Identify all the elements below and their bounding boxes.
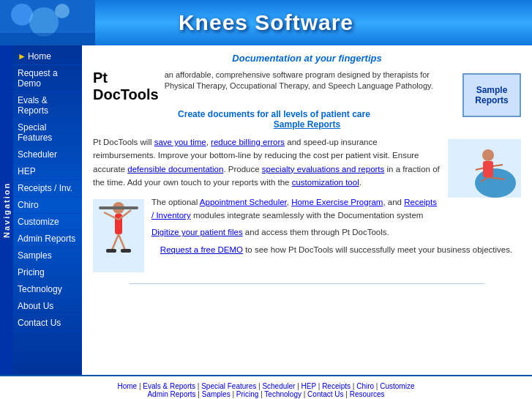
digitize-section: Digitize your patient files and access t… (151, 228, 521, 236)
defensible-doc-link[interactable]: defensible documentation (127, 165, 223, 174)
nav-items: ►Home Request a Demo Evals & Reports Spe… (13, 45, 82, 332)
footer-link-contact[interactable]: Contact Us (307, 390, 343, 398)
svg-point-6 (482, 149, 494, 161)
svg-rect-12 (483, 161, 493, 177)
hep-link[interactable]: Home Exercise Program (291, 198, 383, 206)
scheduler-link[interactable]: Appointment Scheduler (200, 198, 287, 206)
billing-errors-link[interactable]: reduce billing errors (211, 138, 285, 146)
svg-rect-3 (0, 33, 95, 45)
sidebar-item-hep[interactable]: HEP (13, 163, 82, 180)
sidebar-item-samples[interactable]: Samples (13, 247, 82, 264)
sidebar-item-customize[interactable]: Customize (13, 214, 82, 231)
request-demo-link[interactable]: Request a free DEMO (160, 245, 243, 254)
svg-point-4 (55, 4, 70, 18)
sidebar-item-receipts[interactable]: Receipts / Inv. (13, 180, 82, 197)
sample-reports-box[interactable]: SampleReports (462, 73, 521, 117)
sidebar-item-request-demo[interactable]: Request a Demo (13, 65, 82, 92)
exercise-ball-svg (448, 139, 521, 198)
customization-tool-link[interactable]: customization tool (292, 178, 359, 187)
content-area: Documentation at your fingertips SampleR… (82, 45, 532, 375)
sidebar-item-evals[interactable]: Evals & Reports (13, 92, 82, 119)
sidebar-item-technology[interactable]: Technology (13, 281, 82, 298)
footer: Home | Evals & Reports | Special Feature… (0, 375, 532, 399)
footer-link-resources[interactable]: Resources (350, 390, 385, 398)
sidebar-item-special[interactable]: Special Features (13, 119, 82, 146)
footer-link-chiro[interactable]: Chiro (356, 382, 374, 390)
footer-link-special[interactable]: Special Features (201, 382, 256, 390)
sample-reports-link[interactable]: Sample Reports (93, 119, 521, 130)
sample-reports-label: SampleReports (475, 85, 508, 105)
footer-link-receipts[interactable]: Receipts (322, 382, 351, 390)
site-title: Knees Software (179, 10, 353, 35)
footer-links-2: Admin Reports | Samples | Pricing | Tech… (6, 390, 526, 398)
svg-point-5 (475, 168, 516, 198)
footer-links: Home | Evals & Reports | Special Feature… (6, 382, 526, 390)
sidebar: Navigation ►Home Request a Demo Evals & … (0, 45, 82, 375)
svg-point-2 (29, 7, 59, 37)
specialty-evals-link[interactable]: specialty evaluations and reports (262, 165, 385, 174)
footer-link-hep[interactable]: HEP (301, 382, 316, 390)
header-logo-svg (0, 0, 95, 45)
footer-link-scheduler[interactable]: Scheduler (262, 382, 295, 390)
footer-link-pricing[interactable]: Pricing (236, 390, 259, 398)
nav-arrow: ► (18, 51, 26, 61)
sidebar-item-about[interactable]: About Us (13, 298, 82, 315)
footer-link-customize[interactable]: Customize (380, 382, 414, 390)
product-name: Pt DocTools (93, 70, 159, 103)
sidebar-item-scheduler[interactable]: Scheduler (13, 146, 82, 163)
sidebar-item-home[interactable]: ►Home (13, 48, 82, 65)
digitize-link[interactable]: Digitize your patient files (151, 228, 243, 236)
footer-link-technology[interactable]: Technology (264, 390, 301, 398)
sidebar-item-admin[interactable]: Admin Reports (13, 231, 82, 247)
footer-link-samples[interactable]: Samples (202, 390, 231, 398)
footer-link-home[interactable]: Home (117, 382, 137, 390)
header-bar: Knees Software (0, 0, 532, 45)
sidebar-item-pricing[interactable]: Pricing (13, 264, 82, 281)
cta-section: Create documents for all levels of patie… (93, 109, 521, 130)
svg-rect-20 (106, 249, 116, 253)
header-logo (0, 0, 95, 45)
product-title-row: Pt DocTools an affordable, comprehensive… (93, 70, 455, 103)
main-layout: Navigation ►Home Request a Demo Evals & … (0, 45, 532, 375)
footer-link-admin[interactable]: Admin Reports (147, 390, 195, 398)
cta-line1: Create documents for all levels of patie… (93, 109, 521, 119)
sidebar-item-chiro[interactable]: Chiro (13, 197, 82, 214)
body-text-2: The optional Appointment Scheduler, Home… (93, 195, 521, 223)
person-image-right (448, 139, 521, 198)
save-time-link[interactable]: save you time (154, 138, 206, 146)
person-standing-svg (93, 199, 144, 272)
footer-link-evals[interactable]: Evals & Reports (143, 382, 195, 390)
nav-label: Navigation (0, 45, 13, 375)
svg-rect-17 (99, 206, 138, 209)
tagline: Documentation at your fingertips (93, 53, 521, 64)
person-image-left (93, 199, 144, 272)
request-demo-section: Request a free DEMO to see how Pt DocToo… (93, 245, 521, 254)
svg-rect-21 (121, 249, 131, 253)
sidebar-item-contact[interactable]: Contact Us (13, 315, 82, 332)
product-description: an affordable, comprehensive software pr… (165, 70, 455, 92)
